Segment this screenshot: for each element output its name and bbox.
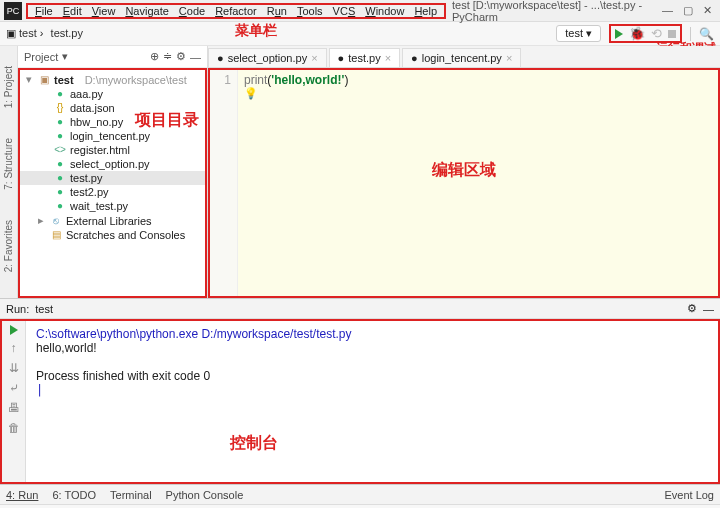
console-output[interactable]: C:\software\python\python.exe D:/myworks… — [26, 321, 718, 482]
status-bar: 5:1 CRLF UTF-8 4 spaces Python 3.8 🔒 — [0, 504, 720, 508]
window-title: test [D:\myworkspace\test] - ...\test.py… — [446, 0, 654, 23]
close-tab-icon[interactable]: × — [311, 52, 317, 64]
app-icon: PC — [4, 2, 22, 20]
print-icon[interactable]: 🖶 — [8, 401, 20, 415]
code-editor[interactable]: 1 print('hello,world!') 💡 编辑区域 — [208, 68, 720, 298]
editor-tab[interactable]: ●select_option.py × — [208, 48, 327, 67]
annotation-console: 控制台 — [230, 433, 278, 454]
menu-window[interactable]: Window — [362, 5, 407, 17]
up-stack-icon[interactable]: ↑ — [11, 341, 17, 355]
tool-structure-tab[interactable]: 7: Structure — [3, 138, 14, 190]
editor-tab[interactable]: ●login_tencent.py × — [402, 48, 521, 67]
left-gutter: 1: Project 7: Structure 2: Favorites — [0, 46, 18, 298]
annotation-editor: 编辑区域 — [432, 160, 496, 181]
tree-file[interactable]: ●wait_test.py — [20, 199, 205, 213]
menu-code[interactable]: Code — [176, 5, 208, 17]
tool-project-tab[interactable]: 1: Project — [3, 66, 14, 108]
editor-gutter: 1 — [210, 70, 238, 296]
close-tab-icon[interactable]: × — [385, 52, 391, 64]
editor-content[interactable]: print('hello,world!') 💡 — [238, 70, 718, 296]
debug-button[interactable]: 🐞 — [629, 26, 645, 41]
menu-edit[interactable]: Edit — [60, 5, 85, 17]
bottom-tool-tabs: 4: Run 6: TODO Terminal Python Console E… — [0, 484, 720, 504]
folder-icon: ▣ — [6, 27, 16, 39]
bottom-terminal-tab[interactable]: Terminal — [110, 489, 152, 501]
run-button[interactable] — [615, 29, 623, 39]
run-tool-window: Run: test ⚙ — ↑ ⇊ ⤶ 🖶 🗑 C:\software\pyth… — [0, 298, 720, 484]
maximize-button[interactable]: ▢ — [683, 4, 693, 17]
tree-file[interactable]: {}data.json — [20, 101, 205, 115]
editor-area: ●select_option.py ×●test.py ×●login_tenc… — [208, 46, 720, 298]
menu-tools[interactable]: Tools — [294, 5, 326, 17]
breadcrumb-folder[interactable]: test — [19, 27, 37, 39]
down-stack-icon[interactable]: ⇊ — [9, 361, 19, 375]
run-config-name[interactable]: test — [35, 303, 53, 315]
breadcrumb: ▣ test › test.py — [6, 27, 83, 40]
bottom-pyconsole-tab[interactable]: Python Console — [166, 489, 244, 501]
run-hide-icon[interactable]: — — [703, 303, 714, 315]
run-settings-icon[interactable]: ⚙ — [687, 302, 697, 315]
tree-external-libs[interactable]: ▸⎋External Libraries — [20, 213, 205, 228]
coverage-button[interactable]: ⟲ — [651, 26, 662, 41]
editor-tabs: ●select_option.py ×●test.py ×●login_tenc… — [208, 46, 720, 68]
menu-refactor[interactable]: Refactor — [212, 5, 260, 17]
tree-file[interactable]: ●select_option.py — [20, 157, 205, 171]
tree-file[interactable]: ●hbw_no.py — [20, 115, 205, 129]
search-everywhere-button[interactable]: 🔍 — [699, 27, 714, 41]
stop-button[interactable] — [668, 30, 676, 38]
menu-navigate[interactable]: Navigate — [122, 5, 171, 17]
event-log-button[interactable]: Event Log — [664, 489, 714, 501]
run-header: Run: test ⚙ — — [0, 299, 720, 319]
tree-scratches[interactable]: ▤Scratches and Consoles — [20, 228, 205, 242]
bottom-run-tab[interactable]: 4: Run — [6, 489, 38, 501]
close-tab-icon[interactable]: × — [506, 52, 512, 64]
menu-vcs[interactable]: VCS — [330, 5, 359, 17]
tree-root[interactable]: ▾▣ test D:\myworkspace\test — [20, 72, 205, 87]
trash-icon[interactable]: 🗑 — [8, 421, 20, 435]
menu-view[interactable]: View — [89, 5, 119, 17]
run-title: Run: — [6, 303, 29, 315]
window-controls: — ▢ ✕ — [654, 4, 720, 17]
editor-tab[interactable]: ●test.py × — [329, 48, 401, 67]
menu-help[interactable]: Help — [411, 5, 440, 17]
select-opened-file-icon[interactable]: ⊕ — [150, 50, 159, 63]
project-pane-title[interactable]: Project — [24, 51, 58, 63]
menu-run[interactable]: Run — [264, 5, 290, 17]
minimize-button[interactable]: — — [662, 4, 673, 17]
toolbar: ▣ test › test.py test ▾ 🐞 ⟲ 🔍 — [0, 22, 720, 46]
project-tool-window: Project ▾ ⊕ ≑ ⚙ — 项目目录 ▾▣ test D:\mywork… — [18, 46, 208, 298]
menu-file[interactable]: File — [32, 5, 56, 17]
title-bar: PC File Edit View Navigate Code Refactor… — [0, 0, 720, 22]
annotation-menubar: 菜单栏 — [235, 22, 277, 40]
wrap-icon[interactable]: ⤶ — [9, 381, 19, 395]
tree-file[interactable]: ●aaa.py — [20, 87, 205, 101]
hide-icon[interactable]: — — [190, 51, 201, 63]
rerun-button[interactable] — [10, 325, 18, 335]
run-config-selector[interactable]: test ▾ — [556, 25, 601, 42]
tree-file[interactable]: ●test.py — [20, 171, 205, 185]
main-menu: File Edit View Navigate Code Refactor Ru… — [26, 3, 446, 19]
collapse-all-icon[interactable]: ≑ — [163, 50, 172, 63]
settings-icon[interactable]: ⚙ — [176, 50, 186, 63]
close-button[interactable]: ✕ — [703, 4, 712, 17]
tree-file[interactable]: ●login_tencent.py — [20, 129, 205, 143]
bottom-todo-tab[interactable]: 6: TODO — [52, 489, 96, 501]
project-tree[interactable]: 项目目录 ▾▣ test D:\myworkspace\test ●aaa.py… — [18, 68, 207, 298]
tree-file[interactable]: ●test2.py — [20, 185, 205, 199]
run-toolbar: ↑ ⇊ ⤶ 🖶 🗑 — [2, 321, 26, 482]
tree-file[interactable]: <>register.html — [20, 143, 205, 157]
tool-favorites-tab[interactable]: 2: Favorites — [3, 220, 14, 272]
project-pane-header: Project ▾ ⊕ ≑ ⚙ — — [18, 46, 207, 68]
separator — [690, 27, 691, 41]
breadcrumb-file[interactable]: test.py — [51, 27, 83, 39]
